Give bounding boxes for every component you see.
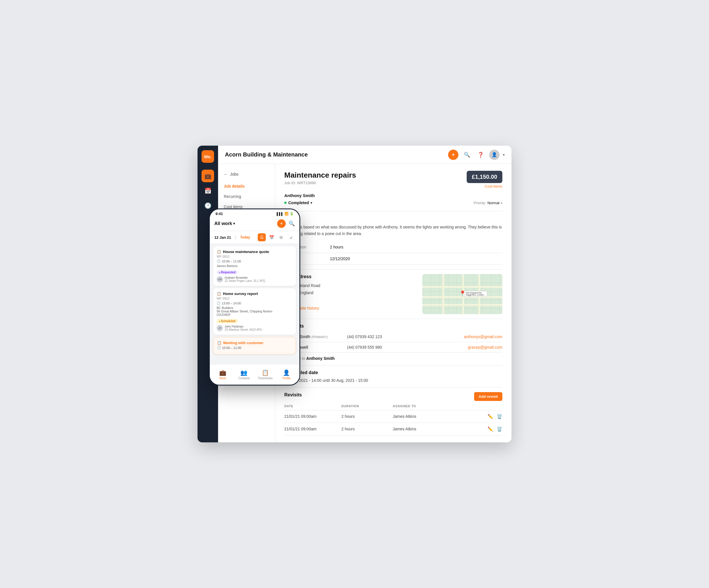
- cost-items-link[interactable]: Cost items: [467, 184, 502, 188]
- status-row: Completed ▾ Priority: Normal ▾: [284, 200, 502, 205]
- nav-item-recurring[interactable]: Recurring: [218, 191, 275, 202]
- job-header: Maintenance repairs Job ID: WRT23998 £1,…: [284, 171, 502, 188]
- nav-item-job-details[interactable]: Job details: [218, 181, 275, 191]
- date-separator: |: [235, 235, 236, 240]
- mobile-card-2[interactable]: 📋 Home survey report WF-3912 🕐 13:00 – 1…: [213, 288, 296, 335]
- card-2-clock-icon: 🕐: [217, 301, 221, 305]
- mobile-date: 12 Jan 21: [214, 235, 231, 239]
- revisit-2-duration: 2 hours: [341, 427, 393, 431]
- add-button[interactable]: +: [448, 150, 458, 160]
- scheduled-date-value: 30 Aug, 2021 - 14:00 until 30 Aug, 2021 …: [284, 378, 502, 383]
- mobile-card-1[interactable]: 📋 House maintenance quote WF-3912 🕐 10:0…: [213, 246, 296, 286]
- priority-value[interactable]: Normal: [488, 201, 499, 205]
- revisits-table: DATE DURATION ASSIGNED TO 21/01/21 09:00…: [284, 404, 502, 435]
- bottom-nav-timesheets[interactable]: 📋 Timesheets: [255, 369, 276, 380]
- app-logo: We.: [202, 150, 214, 163]
- bottom-nav-contacts[interactable]: 👥 Contacts: [234, 369, 255, 380]
- status-dot: [284, 202, 287, 204]
- search-button[interactable]: 🔍: [462, 150, 472, 160]
- card-2-briefcase-icon: 📋: [217, 291, 221, 296]
- battery-icon: 🔋: [290, 212, 294, 215]
- mobile-header: All work ▾ + 🔍: [210, 217, 299, 231]
- card-3-title: 📋 Meeting with customer: [217, 341, 292, 345]
- col-assigned-header: ASSIGNED TO: [393, 404, 502, 408]
- mobile-search-icon[interactable]: 🔍: [289, 221, 295, 227]
- mobile-overlay: 9:41 ▌▌▌ 📶 🔋 All work ▾ + 🔍 12 Jan 21 | …: [209, 208, 300, 386]
- desktop-app: We. 💼 📅 🕐 Acorn Building & Maintenance +…: [198, 146, 511, 442]
- revisit-1-delete-icon[interactable]: 🗑️: [497, 414, 502, 419]
- wifi-icon: 📶: [285, 212, 289, 215]
- view-site-history-link[interactable]: 🕐 View site history: [284, 306, 416, 310]
- card-2-time: 🕐 13:00 – 14:00: [217, 301, 293, 305]
- card-1-assignee-name: Graham Brownlee: [225, 276, 265, 279]
- bottom-nav-profile[interactable]: 👤 Profile: [276, 369, 297, 380]
- revisit-1-edit-icon[interactable]: ✏️: [488, 414, 493, 419]
- card-2-title: 📋 Home survey report: [217, 291, 293, 296]
- card-1-title: 📋 House maintenance quote: [217, 250, 293, 254]
- back-arrow-icon: ←: [224, 172, 228, 177]
- revisit-2-delete-icon[interactable]: 🗑️: [497, 426, 502, 432]
- avatar-chevron: ▾: [503, 153, 505, 157]
- revisits-header-row: DATE DURATION ASSIGNED TO: [284, 404, 502, 410]
- priority-label: Priority:: [474, 201, 486, 205]
- revisit-row-1: 21/01/21 09:00am 2 hours James Atkins ✏️…: [284, 410, 502, 423]
- cost-amount: £1,150.00: [467, 171, 502, 183]
- mobile-time: 9:41: [215, 212, 223, 216]
- add-revisit-button[interactable]: Add revisit: [474, 392, 502, 401]
- mobile-add-button[interactable]: +: [277, 219, 286, 228]
- mobile-bottom-nav: 💼 Work 👥 Contacts 📋 Timesheets 👤 Profile: [210, 364, 299, 385]
- contact-row-2: Grace Powell (44) 07939 555 980 gracep@g…: [284, 342, 502, 353]
- mobile-card-view-icon[interactable]: ⊞: [277, 233, 285, 241]
- mobile-list-view-icon[interactable]: ☰: [258, 233, 266, 241]
- revisit-1-duration: 2 hours: [341, 414, 393, 419]
- map-placeholder: 📍 333 Kingsland Rd,Haggerston, London...: [422, 274, 502, 314]
- card-3-clock-icon: 🕐: [217, 346, 221, 350]
- due-date-value: 12/12/2020: [330, 256, 350, 261]
- contact-1-email[interactable]: anthonys@gmail.com: [464, 334, 502, 339]
- card-1-clock-icon: 🕐: [217, 259, 221, 263]
- revisit-1-actions: ✏️ 🗑️: [488, 414, 502, 419]
- help-button[interactable]: ❓: [475, 150, 486, 160]
- mobile-calendar-view-icon[interactable]: 📅: [267, 233, 275, 241]
- sidebar-icon-briefcase[interactable]: 💼: [202, 170, 214, 182]
- duration-value: 2 hours: [330, 245, 343, 249]
- revisit-2-date: 21/01/21 09:00am: [284, 427, 341, 431]
- mobile-status-bar: 9:41 ▌▌▌ 📶 🔋: [210, 209, 299, 217]
- mobile-title-chevron-icon: ▾: [233, 222, 235, 226]
- mobile-view-icons: ☰ 📅 ⊞ ⊿: [258, 233, 295, 241]
- card-2-client: BC Builders 56 Great Allbarr Street, Chi…: [217, 306, 293, 316]
- contact-row-1: Anthony Smith(PRIMARY) (44) 07939 432 12…: [284, 332, 502, 342]
- user-avatar[interactable]: 👤: [489, 150, 499, 160]
- mobile-system-icons: ▌▌▌ 📶 🔋: [277, 212, 294, 215]
- mobile-filter-icon[interactable]: ⊿: [287, 233, 295, 241]
- mobile-header-title: All work: [214, 221, 232, 226]
- mobile-card-3[interactable]: 📋 Meeting with customer 🕐 10:00 – 11:00: [213, 337, 296, 354]
- card-1-briefcase-icon: 📋: [217, 250, 221, 254]
- timesheets-icon: 📋: [262, 369, 269, 376]
- site-address: Site address 333 Kingsland Road London E…: [284, 274, 416, 314]
- job-client: Anthony Smith: [284, 193, 502, 198]
- assigned-row: Assigned to Anthony Smith: [284, 356, 502, 361]
- sidebar-icon-calendar[interactable]: 📅: [202, 184, 214, 197]
- scheduled-section: Scheduled date 30 Aug, 2021 - 14:00 unti…: [284, 370, 502, 383]
- site-address-title: Site address: [284, 274, 416, 279]
- details-text: This job is based on what was discussed …: [284, 224, 502, 237]
- back-to-jobs[interactable]: ← Jobs: [218, 170, 275, 179]
- app-title: Acorn Building & Maintenance: [225, 151, 448, 158]
- scheduled-title: Scheduled date: [284, 370, 502, 375]
- card-1-assignee-sub: 22 Stoke Poges Lane, SL1 3PQ: [225, 279, 265, 282]
- divider-4: [284, 365, 502, 365]
- mobile-header-actions: + 🔍: [277, 219, 295, 228]
- due-date-row: Due date 12/12/2020: [284, 253, 502, 265]
- revisit-2-edit-icon[interactable]: ✏️: [488, 426, 493, 432]
- cost-section: £1,150.00 Cost items: [467, 171, 502, 188]
- revisit-1-date: 21/01/21 09:00am: [284, 414, 341, 419]
- job-detail-panel: Maintenance repairs Job ID: WRT23998 £1,…: [275, 164, 511, 442]
- bottom-nav-work[interactable]: 💼 Work: [212, 369, 234, 380]
- job-title-section: Maintenance repairs Job ID: WRT23998: [284, 171, 356, 185]
- assigned-to-name: Anthony Smith: [306, 356, 335, 361]
- contact-2-email[interactable]: gracep@gmail.com: [468, 345, 502, 350]
- status-badge[interactable]: Completed ▾: [284, 201, 312, 205]
- job-id: Job ID: WRT23998: [284, 181, 356, 185]
- sidebar-icon-clock[interactable]: 🕐: [202, 199, 214, 212]
